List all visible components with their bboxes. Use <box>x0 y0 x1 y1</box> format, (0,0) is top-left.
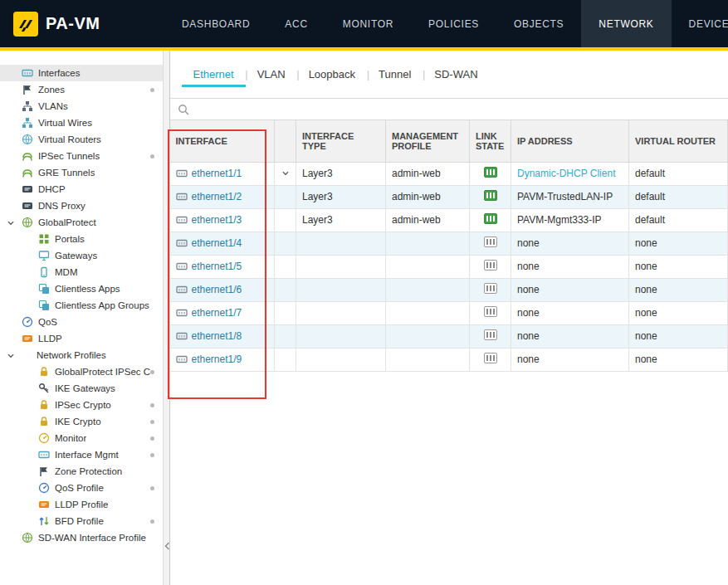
nav-device[interactable]: DEVICE <box>672 0 728 47</box>
nav-acc[interactable]: ACC <box>267 0 325 47</box>
sidebar-item-gateways[interactable]: Gateways <box>0 247 163 264</box>
nav-network[interactable]: NETWORK <box>581 0 671 47</box>
sidebar-item-ike-crypto[interactable]: IKE Crypto <box>0 413 163 430</box>
flag-icon <box>38 466 50 477</box>
interface-link[interactable]: ethernet1/4 <box>192 237 242 249</box>
sidebar-item-ike-gateways[interactable]: IKE Gateways <box>0 380 163 397</box>
gauge-icon <box>22 316 33 328</box>
interface-icon <box>176 307 188 319</box>
sidebar-item-ipsec-crypto[interactable]: IPSec Crypto <box>0 397 163 413</box>
sidebar-item-virtual-routers[interactable]: Virtual Routers <box>0 131 163 148</box>
nav-dashboard[interactable]: DASHBOARD <box>164 0 267 47</box>
interface-link[interactable]: ethernet1/9 <box>192 353 242 365</box>
badge-icon <box>38 499 50 510</box>
nav-monitor[interactable]: MONITOR <box>325 0 411 47</box>
sidebar-item-sd-wan-interface-profile[interactable]: SD-WAN Interface Profile <box>0 529 163 546</box>
tab-ethernet[interactable]: Ethernet <box>182 68 246 87</box>
interface-icon <box>176 330 188 342</box>
sidebar-item-interfaces[interactable]: Interfaces <box>0 65 163 81</box>
sidebar-item-clientless-apps[interactable]: Clientless Apps <box>0 280 163 297</box>
sidebar-item-label: Zones <box>38 85 65 95</box>
column-header-interface-type[interactable]: INTERFACE TYPE <box>296 120 386 162</box>
link-state-cell <box>470 255 511 278</box>
interface-cell: ethernet1/9 <box>170 348 275 371</box>
link-state-cell <box>470 208 511 232</box>
sidebar-splitter[interactable] <box>163 51 170 585</box>
tab-sd-wan[interactable]: SD-WAN <box>423 68 489 87</box>
chevron-down-icon[interactable] <box>7 352 15 359</box>
interface-link[interactable]: ethernet1/1 <box>192 168 242 179</box>
sidebar-item-dns-proxy[interactable]: DNS Proxy <box>0 197 163 214</box>
sidebar-item-label: LLDP Profile <box>55 500 108 509</box>
link-state-cell <box>470 232 511 255</box>
expander-cell <box>275 324 296 348</box>
sidebar-item-lldp[interactable]: LLDP <box>0 330 163 347</box>
search-input[interactable] <box>194 104 721 115</box>
expander-cell <box>275 278 296 301</box>
collapse-sidebar-icon[interactable] <box>164 542 170 550</box>
interface-link[interactable]: ethernet1/3 <box>192 214 242 226</box>
sidebar-item-virtual-wires[interactable]: Virtual Wires <box>0 115 163 131</box>
column-header-link-state[interactable]: LINK STATE <box>470 120 511 162</box>
chevron-down-icon[interactable] <box>7 219 15 227</box>
sidebar-item-dhcp[interactable]: DHCP <box>0 181 163 197</box>
ip-address-cell: none <box>511 232 629 255</box>
sidebar-item-bfd-profile[interactable]: BFD Profile <box>0 513 163 529</box>
sidebar-item-network-profiles[interactable]: Network Profiles <box>0 347 163 363</box>
sidebar-item-globalprotect-ipsec-crypto[interactable]: GlobalProtect IPSec Crypto <box>0 363 163 380</box>
tab-vlan[interactable]: VLAN <box>246 68 297 87</box>
virtual-router-cell: none <box>629 232 728 255</box>
sidebar-item-label: Portals <box>55 234 85 244</box>
lock-icon <box>38 366 50 378</box>
search-bar <box>170 98 728 120</box>
ip-address-link[interactable]: Dynamic-DHCP Client <box>517 168 615 179</box>
column-header-interface[interactable]: INTERFACE <box>170 120 275 162</box>
sidebar-item-globalprotect[interactable]: GlobalProtect <box>0 214 163 231</box>
interface-type-cell <box>296 324 386 348</box>
column-header-management-profile[interactable]: MANAGEMENT PROFILE <box>386 120 470 162</box>
column-header-ip-address[interactable]: IP ADDRESS <box>511 120 629 162</box>
palo-alto-logo-icon <box>13 12 38 37</box>
sidebar-item-gre-tunnels[interactable]: GRE Tunnels <box>0 164 163 181</box>
sidebar-item-vlans[interactable]: VLANs <box>0 98 163 115</box>
interface-icon <box>176 191 188 202</box>
status-dot <box>150 453 154 457</box>
column-header-expander[interactable] <box>275 120 296 162</box>
sidebar-item-label: Interfaces <box>38 68 81 78</box>
row-expander-icon[interactable] <box>281 169 290 177</box>
sidebar-item-clientless-app-groups[interactable]: Clientless App Groups <box>0 297 163 314</box>
sidebar: InterfacesZonesVLANsVirtual WiresVirtual… <box>0 51 163 585</box>
sidebar-item-monitor[interactable]: Monitor <box>0 430 163 446</box>
nav-objects[interactable]: OBJECTS <box>496 0 581 47</box>
interface-link[interactable]: ethernet1/5 <box>192 261 242 272</box>
sidebar-item-portals[interactable]: Portals <box>0 231 163 247</box>
tab-tunnel[interactable]: Tunnel <box>367 68 423 87</box>
sidebar-item-ipsec-tunnels[interactable]: IPSec Tunnels <box>0 148 163 164</box>
interface-link[interactable]: ethernet1/7 <box>192 307 242 319</box>
sidebar-item-interface-mgmt[interactable]: Interface Mgmt <box>0 446 163 463</box>
sidebar-item-qos[interactable]: QoS <box>0 314 163 330</box>
interface-icon <box>176 284 188 295</box>
interface-icon <box>176 237 188 249</box>
table-row: ethernet1/9nonenone <box>170 348 728 371</box>
interface-link[interactable]: ethernet1/8 <box>192 330 242 342</box>
sidebar-item-qos-profile[interactable]: QoS Profile <box>0 480 163 496</box>
sidebar-item-zone-protection[interactable]: Zone Protection <box>0 463 163 480</box>
content-tabs: EthernetVLANLoopbackTunnelSD-WAN <box>170 51 728 87</box>
sidebar-item-zones[interactable]: Zones <box>0 81 163 98</box>
status-dot <box>150 154 154 158</box>
arrows-icon <box>38 515 50 527</box>
sidebar-item-mdm[interactable]: MDM <box>0 264 163 280</box>
tab-loopback[interactable]: Loopback <box>297 68 367 87</box>
sidebar-item-lldp-profile[interactable]: LLDP Profile <box>0 496 163 513</box>
column-header-virtual-router[interactable]: VIRTUAL ROUTER <box>629 120 728 162</box>
nav-policies[interactable]: POLICIES <box>411 0 496 47</box>
interface-link[interactable]: ethernet1/2 <box>192 191 242 202</box>
interface-type-cell <box>296 255 386 278</box>
link-state-cell <box>470 301 511 324</box>
table-row: ethernet1/1Layer3admin-webDynamic-DHCP C… <box>170 162 728 185</box>
table-row: ethernet1/8nonenone <box>170 324 728 348</box>
interface-link[interactable]: ethernet1/6 <box>192 284 242 295</box>
sidebar-item-label: VLANs <box>38 101 68 111</box>
interface-type-cell <box>296 278 386 301</box>
